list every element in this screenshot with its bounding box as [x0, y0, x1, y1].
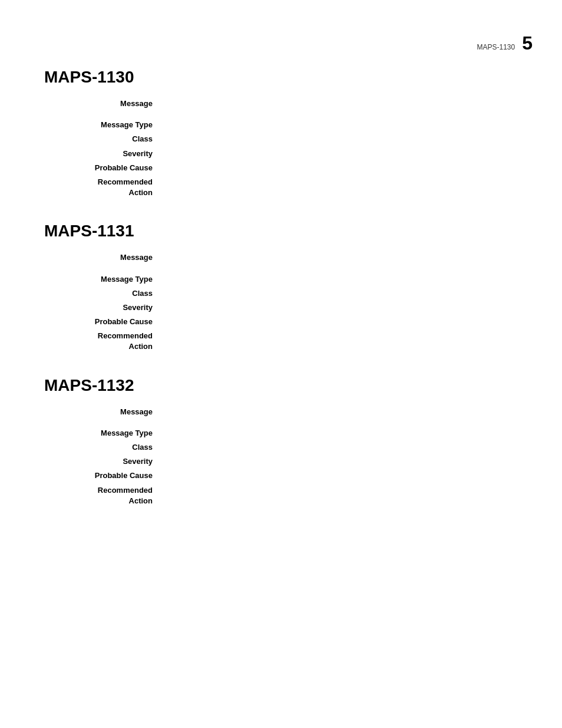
value-message-1130: [162, 98, 518, 109]
field-row-recommended-action-1131: RecommendedAction: [44, 331, 518, 352]
field-row-recommended-action-1132: RecommendedAction: [44, 485, 518, 506]
value-severity-1130: [162, 149, 518, 159]
value-message-type-1131: [162, 274, 518, 285]
label-probable-cause-1131: Probable Cause: [44, 317, 162, 327]
field-row-class-1131: Class: [44, 288, 518, 299]
value-message-1132: [162, 407, 518, 417]
value-probable-cause-1132: [162, 470, 518, 481]
value-severity-1132: [162, 456, 518, 467]
field-row-probable-cause-1131: Probable Cause: [44, 317, 518, 327]
value-class-1132: [162, 442, 518, 453]
label-message-type-1131: Message Type: [44, 274, 162, 285]
field-row-message-1131: Message: [44, 252, 518, 263]
field-row-probable-cause-1132: Probable Cause: [44, 470, 518, 481]
field-row-message-type-1131: Message Type: [44, 274, 518, 285]
field-row-recommended-action-1130: RecommendedAction: [44, 177, 518, 198]
label-message-type-1130: Message Type: [44, 120, 162, 130]
value-message-type-1130: [162, 120, 518, 130]
label-class-1132: Class: [44, 442, 162, 453]
label-probable-cause-1132: Probable Cause: [44, 470, 162, 481]
label-recommended-action-1131: RecommendedAction: [44, 331, 162, 352]
entry-maps-1130-title: MAPS-1130: [44, 68, 518, 87]
page-header: MAPS-1130 5: [477, 32, 533, 54]
label-class-1130: Class: [44, 134, 162, 144]
value-recommended-action-1131: [162, 331, 518, 352]
main-content: MAPS-1130MessageMessage TypeClassSeverit…: [0, 0, 562, 506]
label-recommended-action-1132: RecommendedAction: [44, 485, 162, 506]
value-message-type-1132: [162, 428, 518, 439]
entry-maps-1130: MAPS-1130MessageMessage TypeClassSeverit…: [44, 68, 518, 198]
label-message-type-1132: Message Type: [44, 428, 162, 439]
field-row-class-1132: Class: [44, 442, 518, 453]
value-recommended-action-1130: [162, 177, 518, 198]
entry-maps-1131: MAPS-1131MessageMessage TypeClassSeverit…: [44, 222, 518, 352]
field-row-severity-1131: Severity: [44, 302, 518, 313]
entry-maps-1132: MAPS-1132MessageMessage TypeClassSeverit…: [44, 376, 518, 506]
field-row-message-type-1132: Message Type: [44, 428, 518, 439]
value-probable-cause-1131: [162, 317, 518, 327]
entry-maps-1132-title: MAPS-1132: [44, 376, 518, 395]
label-recommended-action-1130: RecommendedAction: [44, 177, 162, 198]
label-class-1131: Class: [44, 288, 162, 299]
label-probable-cause-1130: Probable Cause: [44, 163, 162, 173]
label-message-1132: Message: [44, 407, 162, 417]
field-row-message-type-1130: Message Type: [44, 120, 518, 130]
value-class-1131: [162, 288, 518, 299]
entry-maps-1131-title: MAPS-1131: [44, 222, 518, 241]
header-page-number: 5: [522, 32, 533, 54]
field-row-message-1130: Message: [44, 98, 518, 109]
value-probable-cause-1130: [162, 163, 518, 173]
value-message-1131: [162, 252, 518, 263]
value-severity-1131: [162, 302, 518, 313]
label-severity-1130: Severity: [44, 149, 162, 159]
label-message-1130: Message: [44, 98, 162, 109]
value-class-1130: [162, 134, 518, 144]
field-row-probable-cause-1130: Probable Cause: [44, 163, 518, 173]
field-row-class-1130: Class: [44, 134, 518, 144]
value-recommended-action-1132: [162, 485, 518, 506]
field-row-severity-1130: Severity: [44, 149, 518, 159]
label-severity-1131: Severity: [44, 302, 162, 313]
label-severity-1132: Severity: [44, 456, 162, 467]
label-message-1131: Message: [44, 252, 162, 263]
field-row-message-1132: Message: [44, 407, 518, 417]
header-doc-id: MAPS-1130: [477, 43, 515, 51]
field-row-severity-1132: Severity: [44, 456, 518, 467]
